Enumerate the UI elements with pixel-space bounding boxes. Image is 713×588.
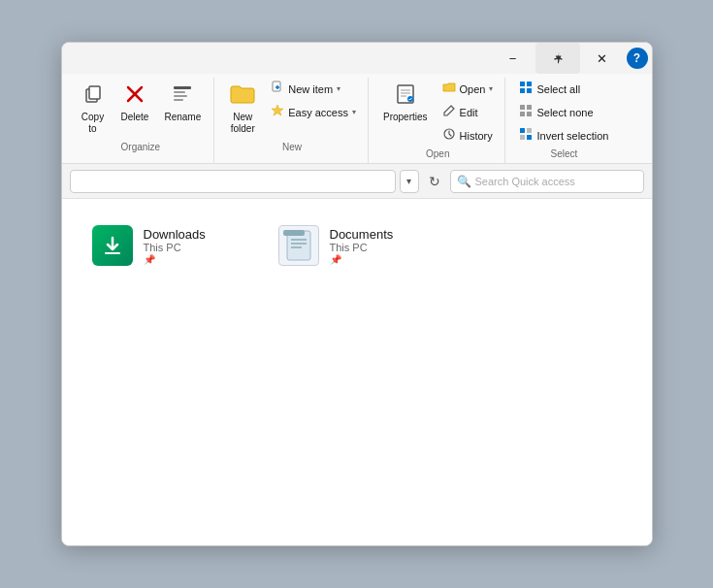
edit-icon <box>442 104 456 120</box>
downloads-name: Downloads <box>144 227 206 242</box>
downloads-folder-icon-wrap <box>91 224 134 267</box>
new-item-button[interactable]: New item ▾ <box>265 78 362 100</box>
easy-access-button[interactable]: Easy access ▾ <box>265 101 362 123</box>
svg-rect-7 <box>174 99 183 101</box>
folder-grid: Downloads This PC 📌 <box>85 218 629 273</box>
documents-subtitle: This PC <box>330 242 394 253</box>
downloads-info: Downloads This PC 📌 <box>144 227 206 265</box>
organize-label: Organize <box>121 142 161 152</box>
ribbon: Copyto Delete Rename O <box>62 74 652 164</box>
rename-icon <box>171 82 194 110</box>
svg-rect-31 <box>287 231 310 260</box>
title-bar: − ✕ ? <box>62 43 652 74</box>
address-bar[interactable] <box>70 170 396 193</box>
easy-access-icon <box>271 104 284 120</box>
svg-rect-18 <box>520 82 525 86</box>
svg-rect-1 <box>89 86 100 99</box>
ribbon-group-new: Newfolder New item ▾ <box>216 78 369 163</box>
svg-rect-5 <box>174 91 185 93</box>
ribbon-group-open: Properties Open ▾ <box>371 78 506 163</box>
properties-button[interactable]: Properties <box>376 78 435 128</box>
select-all-label: Select all <box>536 83 580 95</box>
content-area: Downloads This PC 📌 <box>62 199 652 545</box>
new-item-icon <box>271 81 284 97</box>
open-icon <box>442 81 456 97</box>
new-folder-icon <box>229 82 256 110</box>
edit-button[interactable]: Edit <box>437 101 500 123</box>
search-bar[interactable]: 🔍 Search Quick access <box>450 170 644 193</box>
downloads-pin-icon: 📌 <box>144 254 206 265</box>
select-all-icon <box>519 81 533 97</box>
svg-rect-4 <box>174 86 191 89</box>
ribbon-group-select: Select all Select none Inv <box>507 78 620 163</box>
svg-rect-21 <box>527 88 532 93</box>
open-button[interactable]: Open ▾ <box>437 78 500 100</box>
path-dropdown[interactable]: ▾ <box>400 170 419 193</box>
history-icon <box>442 127 456 144</box>
select-none-icon <box>519 104 533 120</box>
documents-info: Documents This PC 📌 <box>330 227 394 265</box>
list-item[interactable]: Downloads This PC 📌 <box>85 218 241 273</box>
new-item-dropdown-icon: ▾ <box>337 84 340 93</box>
close-button[interactable]: ✕ <box>580 43 625 74</box>
select-none-button[interactable]: Select none <box>513 101 614 123</box>
new-items-col: New item ▾ Easy access ▾ <box>265 78 362 123</box>
easy-access-label: Easy access <box>288 107 348 118</box>
properties-icon <box>394 82 417 110</box>
downloads-icon <box>92 225 133 266</box>
delete-icon <box>123 82 146 110</box>
downloads-subtitle: This PC <box>144 242 206 253</box>
svg-rect-8 <box>273 82 280 91</box>
new-label: New <box>282 142 302 152</box>
copy-to-button[interactable]: Copyto <box>74 78 113 140</box>
delete-button[interactable]: Delete <box>114 78 156 128</box>
easy-access-dropdown-icon: ▾ <box>352 108 356 116</box>
select-group-label: Select <box>551 148 578 159</box>
documents-folder-icon-wrap <box>277 224 320 267</box>
select-items-col: Select all Select none Inv <box>513 78 614 147</box>
svg-rect-24 <box>520 112 525 116</box>
search-icon: 🔍 <box>457 175 471 188</box>
new-folder-button[interactable]: Newfolder <box>222 78 263 140</box>
svg-rect-19 <box>527 82 532 86</box>
svg-rect-26 <box>520 128 525 133</box>
open-label: Open <box>460 83 486 95</box>
svg-marker-11 <box>272 105 283 115</box>
ribbon-group-organize: Copyto Delete Rename O <box>68 78 215 163</box>
history-label: History <box>460 130 493 142</box>
select-none-label: Select none <box>536 107 593 118</box>
copy-icon <box>81 82 105 110</box>
rename-button[interactable]: Rename <box>157 78 208 128</box>
open-dropdown-icon: ▾ <box>489 84 493 93</box>
invert-selection-icon <box>519 127 533 144</box>
minimize-button[interactable]: − <box>491 43 535 74</box>
svg-rect-28 <box>520 135 525 140</box>
edit-label: Edit <box>460 107 478 118</box>
invert-selection-button[interactable]: Invert selection <box>513 124 614 147</box>
nav-bar: ▾ ↻ 🔍 Search Quick access <box>62 164 652 199</box>
refresh-button[interactable]: ↻ <box>423 170 446 193</box>
open-group-label: Open <box>426 148 449 159</box>
open-items-col: Open ▾ Edit <box>437 78 500 147</box>
help-button[interactable]: ? <box>627 48 648 69</box>
documents-pin-icon: 📌 <box>330 254 394 265</box>
svg-rect-25 <box>527 112 532 116</box>
pin-button[interactable] <box>535 43 580 74</box>
refresh-icon: ↻ <box>429 174 440 189</box>
svg-rect-29 <box>527 135 532 140</box>
invert-selection-label: Invert selection <box>536 130 608 142</box>
history-button[interactable]: History <box>437 124 500 147</box>
svg-rect-27 <box>527 128 532 133</box>
svg-rect-6 <box>174 95 187 97</box>
svg-rect-20 <box>520 88 525 93</box>
search-placeholder: Search Quick access <box>475 176 575 187</box>
dropdown-chevron-icon: ▾ <box>406 176 411 186</box>
documents-name: Documents <box>330 227 394 242</box>
svg-rect-22 <box>520 105 525 110</box>
list-item[interactable]: Documents This PC 📌 <box>272 218 427 273</box>
documents-icon <box>278 225 319 266</box>
select-all-button[interactable]: Select all <box>513 78 614 100</box>
svg-rect-23 <box>527 105 532 110</box>
file-explorer-window: − ✕ ? Copyto <box>61 42 653 546</box>
new-item-label: New item <box>288 83 333 95</box>
